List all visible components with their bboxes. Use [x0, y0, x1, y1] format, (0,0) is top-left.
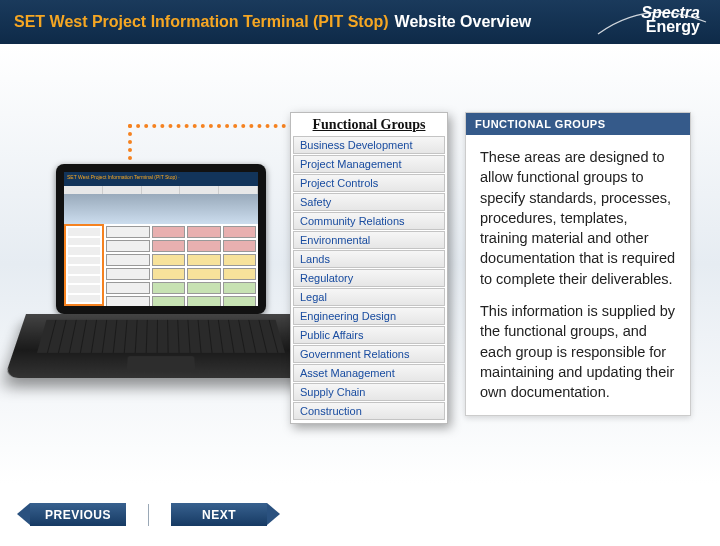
header-title-sub: Website Overview [395, 13, 532, 31]
app-header: SET West Project Information Terminal (P… [0, 0, 720, 44]
fg-item-project-management[interactable]: Project Management [293, 155, 445, 173]
fg-item-business-development[interactable]: Business Development [293, 136, 445, 154]
connector-dots-horizontal [128, 124, 294, 128]
fg-item-regulatory[interactable]: Regulatory [293, 269, 445, 287]
mini-matrix [104, 224, 258, 306]
info-panel: FUNCTIONAL GROUPS These areas are design… [465, 112, 691, 416]
laptop-screen-bezel: SET West Project Information Terminal (P… [56, 164, 266, 314]
functional-groups-menu: Functional Groups Business Development P… [290, 112, 448, 424]
fg-item-government-relations[interactable]: Government Relations [293, 345, 445, 363]
fg-item-construction[interactable]: Construction [293, 402, 445, 420]
nav-bar: PREVIOUS NEXT [30, 503, 267, 526]
next-button[interactable]: NEXT [171, 503, 267, 526]
laptop-screen: SET West Project Information Terminal (P… [64, 172, 258, 306]
fg-item-supply-chain[interactable]: Supply Chain [293, 383, 445, 401]
info-panel-heading: FUNCTIONAL GROUPS [466, 113, 690, 135]
brand-logo: Spectra Energy [641, 6, 700, 34]
info-paragraph-2: This information is supplied by the func… [480, 301, 676, 402]
mini-header: SET West Project Information Terminal (P… [64, 172, 258, 186]
previous-button[interactable]: PREVIOUS [30, 503, 126, 526]
fg-item-community-relations[interactable]: Community Relations [293, 212, 445, 230]
fg-item-project-controls[interactable]: Project Controls [293, 174, 445, 192]
laptop-illustration: SET West Project Information Terminal (P… [26, 164, 286, 394]
fg-item-environmental[interactable]: Environmental [293, 231, 445, 249]
info-paragraph-1: These areas are designed to allow functi… [480, 147, 676, 289]
laptop-keyboard [4, 314, 317, 378]
fg-item-lands[interactable]: Lands [293, 250, 445, 268]
fg-item-asset-management[interactable]: Asset Management [293, 364, 445, 382]
mini-tabs [64, 186, 258, 194]
header-title-main: SET West Project Information Terminal (P… [14, 13, 389, 31]
mini-banner-photo [64, 194, 258, 224]
nav-divider [148, 504, 149, 526]
fg-item-legal[interactable]: Legal [293, 288, 445, 306]
fg-item-public-affairs[interactable]: Public Affairs [293, 326, 445, 344]
fg-item-safety[interactable]: Safety [293, 193, 445, 211]
main-canvas: SET West Project Information Terminal (P… [0, 44, 720, 484]
mini-sidebar-highlighted [64, 224, 104, 306]
functional-groups-title: Functional Groups [293, 115, 445, 135]
fg-item-engineering-design[interactable]: Engineering Design [293, 307, 445, 325]
logo-line2: Energy [646, 18, 700, 35]
info-panel-body: These areas are designed to allow functi… [466, 135, 690, 415]
mini-grid [64, 224, 258, 306]
